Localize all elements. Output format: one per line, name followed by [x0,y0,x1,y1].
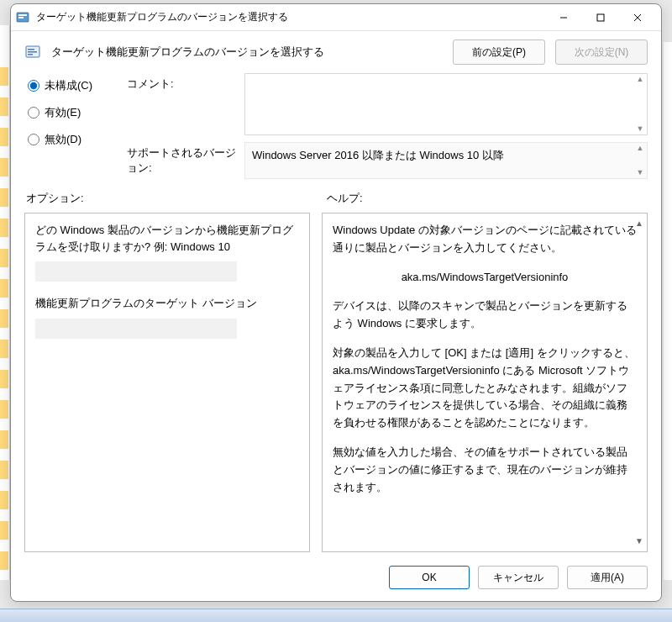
cancel-button[interactable]: キャンセル [478,566,559,589]
comment-input[interactable]: ▲ ▼ [244,73,648,135]
option-target-version-input[interactable] [35,319,237,339]
supported-on-text: Windows Server 2016 以降または Windows 10 以降 [252,149,504,161]
option-product-input[interactable] [35,261,237,282]
help-panel: ▲ Windows Update の対象バージョンのページに記載されている通りに… [322,213,648,552]
help-text: 対象の製品を入力して [OK] または [適用] をクリックすると、aka.ms… [333,345,637,432]
scroll-down-icon[interactable]: ▼ [635,169,645,177]
radio-not-configured[interactable]: 未構成(C) [28,78,120,93]
scroll-down-icon[interactable]: ▼ [635,535,643,548]
help-section-label: ヘルプ: [327,191,648,206]
window-title: ターゲット機能更新プログラムのバージョンを選択する [36,10,545,24]
app-icon [16,11,29,24]
supported-on-box: Windows Server 2016 以降または Windows 10 以降 … [244,142,648,179]
radio-disabled-label: 無効(D) [45,132,81,147]
next-setting-button: 次の設定(N) [555,40,648,65]
scroll-down-icon[interactable]: ▼ [635,125,645,133]
options-panel: どの Windows 製品のバージョンから機能更新プログラムを受け取りますか? … [24,213,310,552]
options-section-label: オプション: [26,191,312,206]
comment-label: コメント: [127,73,236,135]
gpo-policy-dialog: ターゲット機能更新プログラムのバージョンを選択する ターゲット機能更新プログラム… [10,3,662,602]
scroll-up-icon[interactable]: ▲ [635,145,645,152]
option-product-label: どの Windows 製品のバージョンから機能更新プログラムを受け取りますか? … [35,222,299,255]
close-button[interactable] [619,5,656,30]
help-text: 無効な値を入力した場合、その値をサポートされている製品とバージョンの値に修正する… [333,444,637,496]
radio-not-configured-label: 未構成(C) [45,78,92,93]
ok-button[interactable]: OK [389,566,470,589]
policy-icon [24,44,41,61]
apply-button[interactable]: 適用(A) [567,566,648,589]
svg-rect-4 [597,14,604,21]
svg-rect-9 [28,51,37,53]
scroll-up-icon[interactable]: ▲ [635,76,645,83]
maximize-button[interactable] [582,5,619,30]
taskbar[interactable] [0,609,672,622]
minimize-button[interactable] [545,5,582,30]
help-link-text: aka.ms/WindowsTargetVersioninfo [333,269,637,287]
radio-enabled-label: 有効(E) [45,105,81,120]
radio-enabled[interactable]: 有効(E) [28,105,120,120]
help-text: デバイスは、以降のスキャンで製品とバージョンを更新するよう Windows に要… [333,298,637,333]
help-text: Windows Update の対象バージョンのページに記載されている通りに製品… [333,222,637,257]
svg-rect-1 [18,14,27,16]
svg-rect-2 [18,17,24,18]
svg-rect-10 [28,54,33,55]
option-target-version-label: 機能更新プログラムのターゲット バージョン [35,295,299,312]
radio-disabled[interactable]: 無効(D) [28,132,120,147]
scroll-up-icon[interactable]: ▲ [635,217,643,230]
titlebar[interactable]: ターゲット機能更新プログラムのバージョンを選択する [11,4,661,31]
svg-rect-8 [28,49,34,50]
supported-label: サポートされるバージョン: [127,142,236,179]
policy-title: ターゲット機能更新プログラムのバージョンを選択する [51,45,443,60]
previous-setting-button[interactable]: 前の設定(P) [453,40,545,65]
